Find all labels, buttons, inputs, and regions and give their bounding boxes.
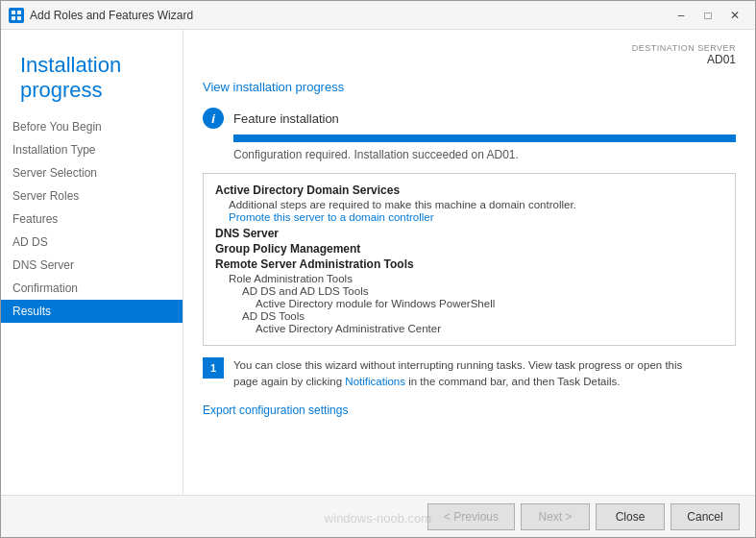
- notif-highlight: Notifications: [345, 376, 405, 387]
- sidebar-item-before-you-begin[interactable]: Before You Begin: [1, 115, 183, 138]
- destination-server-info: DESTINATION SERVER AD01: [632, 43, 736, 66]
- cancel-button[interactable]: Cancel: [671, 503, 740, 530]
- result-item-10: Active Directory Administrative Center: [256, 323, 723, 334]
- previous-button[interactable]: < Previous: [427, 503, 515, 530]
- result-item-1: Additional steps are required to make th…: [229, 199, 723, 210]
- notification-area: 1 You can close this wizard without inte…: [203, 357, 736, 391]
- sidebar-item-features[interactable]: Features: [1, 208, 183, 231]
- result-item-5: Remote Server Administration Tools: [215, 257, 723, 271]
- watermark: windows-noob.com: [325, 511, 431, 526]
- results-box[interactable]: Active Directory Domain Services Additio…: [203, 173, 736, 346]
- results-box-inner: Active Directory Domain Services Additio…: [204, 174, 735, 345]
- minimize-button[interactable]: –: [669, 6, 694, 25]
- sidebar-item-ad-ds[interactable]: AD DS: [1, 231, 183, 254]
- close-window-button[interactable]: ✕: [722, 6, 747, 25]
- result-item-3: DNS Server: [215, 227, 723, 240]
- notif-text-1: You can close this wizard without interr…: [233, 359, 682, 371]
- svg-rect-1: [17, 11, 21, 14]
- progress-bar-container: [233, 134, 736, 142]
- svg-rect-2: [12, 16, 15, 20]
- right-content: View installation progress i Feature ins…: [183, 66, 755, 495]
- content-area: Installation progress Before You Begin I…: [1, 30, 755, 495]
- right-panel: DESTINATION SERVER AD01 View installatio…: [183, 30, 755, 495]
- result-item-7: AD DS and AD LDS Tools: [242, 285, 723, 297]
- header-wrapper: DESTINATION SERVER AD01: [183, 30, 755, 66]
- title-bar: Add Roles and Features Wizard – □ ✕: [1, 1, 755, 30]
- bottom-bar: windows-noob.com < Previous Next > Close…: [1, 495, 755, 537]
- svg-rect-0: [12, 11, 15, 14]
- result-item-6: Role Administration Tools: [229, 273, 723, 284]
- result-item-0: Active Directory Domain Services: [215, 183, 723, 197]
- notif-text-3: in the command bar, and then Task Detail…: [405, 376, 621, 387]
- destination-server-label: DESTINATION SERVER: [632, 43, 736, 53]
- sidebar-item-confirmation[interactable]: Confirmation: [1, 277, 183, 300]
- window-controls: – □ ✕: [669, 6, 747, 25]
- result-item-9: AD DS Tools: [242, 310, 723, 322]
- sidebar-item-installation-type[interactable]: Installation Type: [1, 138, 183, 161]
- result-item-8: Active Directory module for Windows Powe…: [256, 298, 723, 309]
- info-icon: i: [203, 108, 224, 129]
- notification-icon: 1: [203, 357, 224, 379]
- notif-text-2: page again by clicking: [233, 376, 345, 387]
- page-title-area: Installation progress: [1, 37, 183, 115]
- feature-install-label: Feature installation: [233, 111, 339, 126]
- feature-install-row: i Feature installation: [203, 108, 736, 129]
- sidebar-item-server-selection[interactable]: Server Selection: [1, 161, 183, 184]
- sidebar-item-dns-server[interactable]: DNS Server: [1, 254, 183, 277]
- config-success-text: Configuration required. Installation suc…: [233, 148, 736, 161]
- export-config-link[interactable]: Export configuration settings: [203, 404, 348, 417]
- maximize-button[interactable]: □: [695, 6, 720, 25]
- main-window: Add Roles and Features Wizard – □ ✕ Inst…: [0, 0, 756, 538]
- left-panel: Installation progress Before You Begin I…: [1, 30, 183, 495]
- svg-rect-3: [17, 16, 21, 20]
- page-title: Installation progress: [20, 53, 163, 104]
- notification-text: You can close this wizard without interr…: [233, 357, 682, 391]
- result-link-promote[interactable]: Promote this server to a domain controll…: [229, 211, 723, 223]
- next-button[interactable]: Next >: [521, 503, 590, 530]
- destination-server-name: AD01: [632, 53, 736, 66]
- sidebar-item-results[interactable]: Results: [1, 300, 183, 323]
- title-bar-left: Add Roles and Features Wizard: [9, 8, 193, 23]
- result-item-4: Group Policy Management: [215, 242, 723, 256]
- view-progress-title: View installation progress: [203, 80, 736, 94]
- title-bar-text: Add Roles and Features Wizard: [30, 9, 193, 22]
- app-icon: [9, 8, 24, 23]
- progress-bar-fill: [233, 134, 736, 142]
- sidebar-item-server-roles[interactable]: Server Roles: [1, 184, 183, 208]
- close-button[interactable]: Close: [596, 503, 665, 530]
